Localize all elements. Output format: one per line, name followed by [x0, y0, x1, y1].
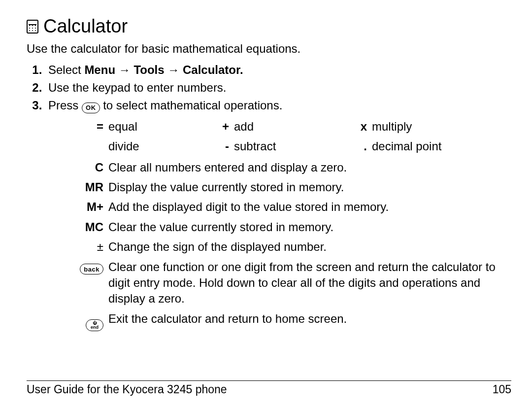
- def-plusminus: ± Change the sign of the displayed numbe…: [76, 239, 511, 255]
- end-key-icon: ⏻ end: [86, 319, 103, 331]
- heading-text: Calculator: [43, 14, 128, 39]
- steps-list: Select Menu → Tools → Calculator. Use th…: [27, 62, 511, 114]
- step-1: Select Menu → Tools → Calculator.: [45, 62, 511, 78]
- page-footer: User Guide for the Kyocera 3245 phone 10…: [27, 380, 511, 397]
- def-c: C Clear all numbers entered and display …: [76, 160, 511, 175]
- step-2: Use the keypad to enter numbers.: [45, 80, 511, 96]
- back-key-icon: back: [80, 264, 103, 274]
- calculator-icon: [27, 20, 38, 34]
- def-back: back Clear one function or one digit fro…: [76, 259, 511, 307]
- intro-text: Use the calculator for basic mathematica…: [27, 41, 511, 57]
- step-3: Press OK to select mathematical operatio…: [45, 98, 511, 113]
- page-number: 105: [493, 382, 511, 397]
- definitions: =equal +add xmultiply divide -subtract .…: [27, 119, 511, 331]
- def-mr: MR Display the value currently stored in…: [76, 179, 511, 195]
- footer-left: User Guide for the Kyocera 3245 phone: [27, 382, 227, 397]
- section-heading: Calculator: [27, 14, 511, 39]
- def-mplus: M+ Add the displayed digit to the value …: [76, 199, 511, 215]
- operator-grid: =equal +add xmultiply divide -subtract .…: [76, 119, 511, 155]
- page: Calculator Use the calculator for basic …: [0, 0, 532, 411]
- ok-key-icon: OK: [82, 103, 100, 113]
- def-mc: MC Clear the value currently stored in m…: [76, 219, 511, 235]
- def-end: ⏻ end Exit the calculator and return to …: [76, 311, 511, 332]
